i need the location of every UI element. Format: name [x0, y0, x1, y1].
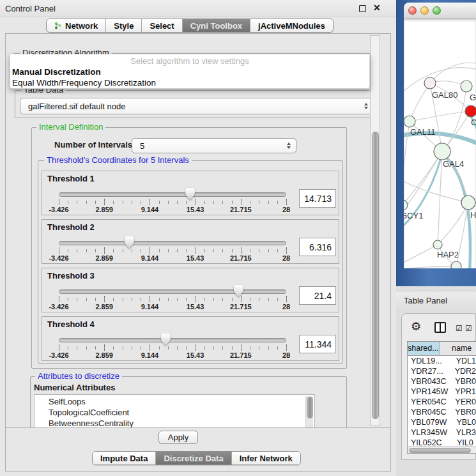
- network-node-label: GAL80: [432, 90, 457, 100]
- divider: [6, 427, 390, 428]
- float-window-icon[interactable]: [359, 5, 366, 12]
- slider-tick-label: -3.426: [49, 351, 68, 359]
- tab-jactivemnodules[interactable]: jActiveMNodules: [250, 19, 333, 32]
- number-of-intervals-combo[interactable]: 5: [132, 138, 296, 153]
- network-view-window: GAL80GACGAL11GAL4GCY1HHAP2: [396, 0, 476, 286]
- threshold-value-field[interactable]: [299, 286, 336, 305]
- slider-ticks: [59, 344, 287, 351]
- tab-discretize-data[interactable]: Discretize Data: [155, 452, 231, 464]
- tab-cyni-toolbox[interactable]: Cyni Toolbox: [182, 19, 250, 32]
- slider-tick-label: 28: [282, 351, 290, 359]
- settings-gear-icon[interactable]: [411, 321, 421, 332]
- table-cell: YLR345W: [408, 427, 454, 438]
- attribute-list-item[interactable]: TopologicalCoefficient: [35, 407, 314, 418]
- network-node[interactable]: [461, 81, 472, 92]
- slider-tick-label: 15.43: [187, 206, 204, 213]
- split-columns-icon[interactable]: [434, 322, 446, 333]
- slider-tick-label: -3.426: [49, 206, 68, 213]
- network-node[interactable]: [434, 143, 450, 160]
- table-cell: YDL19...: [408, 356, 454, 366]
- dropdown-option-manual-discretization[interactable]: Manual Discretization: [12, 67, 367, 77]
- interval-definition-group-title: Interval Definition: [36, 122, 105, 132]
- zoom-traffic-light[interactable]: [433, 6, 441, 15]
- table-data-combo[interactable]: galFiltered.sif default node: [20, 98, 374, 114]
- threshold-value-field[interactable]: [299, 189, 336, 208]
- network-node[interactable]: [404, 116, 415, 127]
- table-row[interactable]: YBR043CYBR0: [408, 376, 476, 387]
- network-node-label: H: [470, 210, 476, 220]
- table-row[interactable]: YER054CYER0: [408, 397, 476, 407]
- thresholds-group-title: Threshold's Coordinates for 5 Intervals: [44, 155, 192, 165]
- tab-label: Network: [65, 21, 98, 31]
- threshold-slider-thumb[interactable]: [161, 334, 171, 346]
- slider-ticks: [59, 247, 287, 254]
- table-row[interactable]: YBL079WYBL0: [408, 417, 476, 427]
- attribute-list-item[interactable]: SelfLoops: [35, 396, 314, 407]
- network-node-label: GCY1: [404, 211, 423, 220]
- dropdown-option-equal-width-frequency[interactable]: Equal Width/Frequency Discretization: [12, 78, 367, 88]
- table-horizontal-scrollbar[interactable]: [408, 446, 476, 453]
- table-data-combo-value: galFiltered.sif default node: [20, 102, 125, 111]
- slider-scale-labels: -3.4262.8599.14415.4321.71528: [59, 303, 286, 311]
- scrollbar-thumb[interactable]: [409, 448, 471, 453]
- network-node[interactable]: [424, 77, 436, 89]
- table-row[interactable]: YDR27...YDR2: [408, 366, 476, 376]
- table-cell: YDR27...: [408, 366, 452, 376]
- threshold-slider-thumb[interactable]: [185, 188, 195, 200]
- apply-button[interactable]: Apply: [158, 431, 198, 444]
- number-of-intervals-label: Number of Intervals: [54, 140, 132, 150]
- network-window-titlebar[interactable]: [404, 3, 476, 19]
- threshold-value-field[interactable]: [299, 335, 336, 353]
- network-node[interactable]: [465, 105, 476, 117]
- threshold-slider-thumb[interactable]: [234, 285, 243, 297]
- table-row[interactable]: YLR345WYLR3: [408, 427, 476, 438]
- threshold-slider-track[interactable]: [59, 338, 286, 342]
- tab-label: Discretize Data: [164, 454, 223, 463]
- minimize-traffic-light[interactable]: [420, 6, 429, 15]
- combo-stepper-icon: [364, 103, 368, 109]
- slider-tick-label: 15.43: [187, 254, 204, 262]
- tab-network[interactable]: Network: [47, 19, 105, 32]
- tab-style[interactable]: Style: [105, 19, 141, 32]
- slider-tick-label: 28: [282, 254, 290, 262]
- select-columns-checkbox-icon[interactable]: [456, 324, 463, 333]
- attributes-list-scrollbar[interactable]: [305, 396, 313, 427]
- network-node-label: GAL11: [410, 127, 436, 137]
- network-node[interactable]: [404, 200, 408, 210]
- panel-vertical-scrollbar[interactable]: [370, 35, 380, 426]
- network-node[interactable]: [433, 240, 442, 249]
- threshold-slider-track[interactable]: [59, 241, 286, 245]
- attribute-list-item[interactable]: BetweennessCentrality: [35, 418, 314, 427]
- network-node[interactable]: [461, 196, 475, 210]
- table-row[interactable]: YBR045CYBR0: [408, 407, 476, 417]
- table-cell: YBR0: [452, 376, 476, 387]
- numerical-attributes-label: Numerical Attributes: [34, 383, 115, 392]
- threshold-slider-track[interactable]: [59, 289, 286, 294]
- network-node[interactable]: [451, 261, 461, 268]
- tab-infer-network[interactable]: Infer Network: [231, 452, 300, 464]
- close-traffic-light[interactable]: [408, 6, 417, 15]
- close-panel-icon[interactable]: [373, 3, 383, 14]
- tab-select[interactable]: Select: [141, 19, 181, 32]
- tab-impute-data[interactable]: Impute Data: [93, 452, 155, 464]
- combo-stepper-icon: [287, 142, 291, 149]
- column-header-shared-name[interactable]: shared...: [408, 342, 440, 355]
- slider-scale-labels: -3.4262.8599.14415.4321.71528: [59, 254, 286, 263]
- slider-tick-label: -3.426: [49, 303, 68, 311]
- network-canvas-svg: GAL80GACGAL11GAL4GCY1HHAP2: [404, 19, 476, 268]
- threshold-slider-track[interactable]: [59, 192, 286, 197]
- slider-tick-label: 2.859: [95, 303, 113, 311]
- column-header-name[interactable]: name: [440, 342, 476, 355]
- threshold-slider-thumb[interactable]: [125, 236, 134, 249]
- threshold-value-field[interactable]: [299, 238, 336, 256]
- table-row[interactable]: YDL19...YDL1: [408, 356, 476, 366]
- select-all-checkbox-icon[interactable]: [465, 324, 472, 333]
- numerical-attributes-list[interactable]: SelfLoopsTopologicalCoefficientBetweenne…: [34, 394, 315, 427]
- network-canvas[interactable]: GAL80GACGAL11GAL4GCY1HHAP2: [404, 19, 476, 268]
- scrollbar-thumb[interactable]: [372, 132, 379, 419]
- slider-tick-label: 9.144: [141, 206, 159, 213]
- table-row[interactable]: YPR145WYPR1: [408, 387, 476, 397]
- table-cell: YBR043C: [408, 376, 452, 387]
- slider-ticks: [59, 199, 287, 205]
- scrollbar-thumb[interactable]: [307, 397, 313, 418]
